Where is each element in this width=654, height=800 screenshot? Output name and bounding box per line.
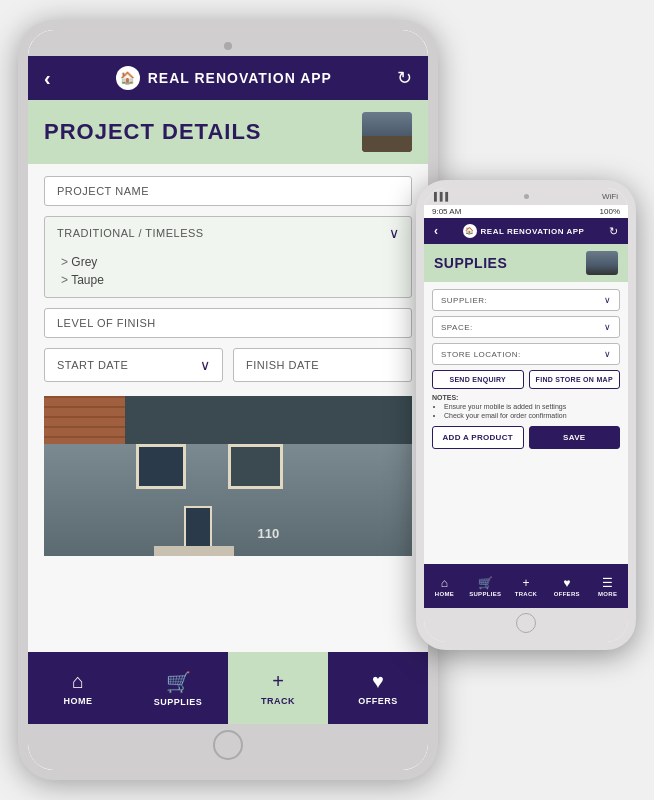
tablet-section-thumbnail <box>362 112 412 152</box>
tablet-refresh-button[interactable]: ↻ <box>397 67 412 89</box>
phone-note-item-2: Check your email for order confirmation <box>444 412 620 419</box>
ph-supplies-icon: 🛒 <box>478 576 493 590</box>
phone-space-label: SPACE: <box>441 323 473 332</box>
style-dropdown[interactable]: TRADITIONAL / TIMELESS ∨ Grey Taupe <box>44 216 412 298</box>
phone-home-circle[interactable] <box>516 613 536 633</box>
tablet-nav-home-label: HOME <box>64 696 93 706</box>
phone-notes-section: NOTES: Ensure your mobile is added in se… <box>432 394 620 421</box>
ph-offers-icon: ♥ <box>563 576 570 590</box>
phone-home-button-area <box>424 608 628 642</box>
tablet-back-button[interactable]: ‹ <box>44 67 51 90</box>
tablet-nav-track-label: TRACK <box>261 696 295 706</box>
home-icon: ⌂ <box>72 670 84 693</box>
project-name-field[interactable]: PROJECT NAME <box>44 176 412 206</box>
tablet-device: ‹ 🏠 REAL RENOVATION APP ↻ PROJECT DETAIL… <box>18 20 438 780</box>
track-plus-icon: + <box>272 670 284 693</box>
phone-nav-offers[interactable]: ♥ OFFERS <box>546 564 587 608</box>
phone-nav-more-label: MORE <box>598 591 617 597</box>
phone-app-header: ‹ 🏠 REAL RENOVATION APP ↻ <box>424 218 628 244</box>
phone-store-location-label: STORE LOCATION: <box>441 350 521 359</box>
scene: ‹ 🏠 REAL RENOVATION APP ↻ PROJECT DETAIL… <box>0 0 654 800</box>
tablet-app-logo: 🏠 <box>116 66 140 90</box>
style-dropdown-options: Grey Taupe <box>45 249 411 297</box>
phone-notes-label: NOTES: <box>432 394 620 401</box>
tablet-app-title: REAL RENOVATION APP <box>148 70 332 86</box>
find-store-button[interactable]: FIND STORE ON MAP <box>529 370 621 389</box>
phone-app-title: REAL RENOVATION APP <box>481 227 585 236</box>
tablet-home-circle[interactable] <box>213 730 243 760</box>
phone-battery: 100% <box>600 207 620 216</box>
phone-nav-home[interactable]: ⌂ HOME <box>424 564 465 608</box>
start-date-chevron-icon: ∨ <box>200 357 211 373</box>
phone-notes-list: Ensure your mobile is added in settings … <box>432 403 620 419</box>
phone-section-thumbnail <box>586 251 618 275</box>
tablet-house-image: 110 <box>44 396 412 556</box>
store-location-chevron-icon: ∨ <box>604 349 612 359</box>
phone-nav-supplies[interactable]: 🛒 SUPPLIES <box>465 564 506 608</box>
phone-space-field[interactable]: SPACE: ∨ <box>432 316 620 338</box>
tablet-form-area: PROJECT NAME TRADITIONAL / TIMELESS ∨ Gr… <box>28 164 428 652</box>
tablet-nav-offers[interactable]: ♥ OFFERS <box>328 652 428 724</box>
tablet-title-area: 🏠 REAL RENOVATION APP <box>116 66 332 90</box>
phone-store-location-field[interactable]: STORE LOCATION: ∨ <box>432 343 620 365</box>
tablet-home-button-area <box>28 724 428 770</box>
supplies-icon: 🛒 <box>166 670 191 694</box>
ph-home-icon: ⌂ <box>441 576 448 590</box>
phone-back-button[interactable]: ‹ <box>434 224 438 238</box>
tablet-nav-track[interactable]: + TRACK <box>228 652 328 724</box>
phone-note-item-1: Ensure your mobile is added in settings <box>444 403 620 410</box>
tablet-section-header: PROJECT DETAILS <box>28 100 428 164</box>
phone-nav-track[interactable]: + TRACK <box>506 564 547 608</box>
tablet-camera-bar <box>28 30 428 56</box>
style-option-taupe[interactable]: Taupe <box>61 271 395 289</box>
tablet-nav-supplies[interactable]: 🛒 SUPPLIES <box>128 652 228 724</box>
phone-form-area: SUPPLIER: ∨ SPACE: ∨ STORE LOCATION: ∨ S… <box>424 282 628 564</box>
phone-status-bar: 9:05 AM 100% <box>424 205 628 218</box>
phone-signal: ▌▌▌ <box>434 192 451 201</box>
phone-camera-dot <box>524 194 529 199</box>
save-button[interactable]: SAVE <box>529 426 621 449</box>
tablet-nav-offers-label: OFFERS <box>358 696 398 706</box>
finish-date-field[interactable]: FINISH DATE <box>233 348 412 382</box>
ph-more-icon: ☰ <box>602 576 613 590</box>
tablet-nav-home[interactable]: ⌂ HOME <box>28 652 128 724</box>
phone-title-area: 🏠 REAL RENOVATION APP <box>463 224 585 238</box>
phone-refresh-button[interactable]: ↻ <box>609 225 618 238</box>
finish-level-field[interactable]: LEVEL OF FINISH <box>44 308 412 338</box>
phone-nav-track-label: TRACK <box>515 591 538 597</box>
phone-bottom-nav: ⌂ HOME 🛒 SUPPLIES + TRACK ♥ OFFERS ☰ <box>424 564 628 608</box>
phone-supplier-field[interactable]: SUPPLIER: ∨ <box>432 289 620 311</box>
phone-nav-offers-label: OFFERS <box>554 591 580 597</box>
tablet-app-header: ‹ 🏠 REAL RENOVATION APP ↻ <box>28 56 428 100</box>
tablet-bottom-nav: ⌂ HOME 🛒 SUPPLIES + TRACK ♥ OFFERS <box>28 652 428 724</box>
ph-track-icon: + <box>522 576 529 590</box>
phone-button-row: SEND ENQUIRY FIND STORE ON MAP <box>432 370 620 389</box>
style-option-grey[interactable]: Grey <box>61 253 395 271</box>
add-product-button[interactable]: ADD A PRODUCT <box>432 426 524 449</box>
tablet-camera-dot <box>224 42 232 50</box>
supplier-chevron-icon: ∨ <box>604 295 612 305</box>
phone-time: 9:05 AM <box>432 207 461 216</box>
phone-top-bar: ▌▌▌ WiFi <box>424 188 628 205</box>
style-dropdown-label: TRADITIONAL / TIMELESS <box>57 227 204 239</box>
phone-device: ▌▌▌ WiFi 9:05 AM 100% ‹ 🏠 REAL RENOVATIO… <box>416 180 636 650</box>
start-date-field[interactable]: START DATE ∨ <box>44 348 223 382</box>
phone-nav-supplies-label: SUPPLIES <box>469 591 501 597</box>
style-chevron-icon: ∨ <box>389 225 400 241</box>
phone-wifi: WiFi <box>602 192 618 201</box>
tablet-section-title: PROJECT DETAILS <box>44 119 262 145</box>
tablet-nav-supplies-label: SUPPLIES <box>154 697 203 707</box>
phone-inner: 9:05 AM 100% ‹ 🏠 REAL RENOVATION APP ↻ S… <box>424 205 628 608</box>
phone-nav-more[interactable]: ☰ MORE <box>587 564 628 608</box>
phone-section-header: SUPPLIES <box>424 244 628 282</box>
date-row: START DATE ∨ FINISH DATE <box>44 348 412 382</box>
phone-action-row: ADD A PRODUCT SAVE <box>432 426 620 449</box>
start-date-label: START DATE <box>57 359 128 371</box>
phone-app-logo: 🏠 <box>463 224 477 238</box>
phone-nav-home-label: HOME <box>435 591 454 597</box>
phone-supplier-label: SUPPLIER: <box>441 296 487 305</box>
offers-heart-icon: ♥ <box>372 670 384 693</box>
space-chevron-icon: ∨ <box>604 322 612 332</box>
send-enquiry-button[interactable]: SEND ENQUIRY <box>432 370 524 389</box>
phone-section-title: SUPPLIES <box>434 255 507 271</box>
